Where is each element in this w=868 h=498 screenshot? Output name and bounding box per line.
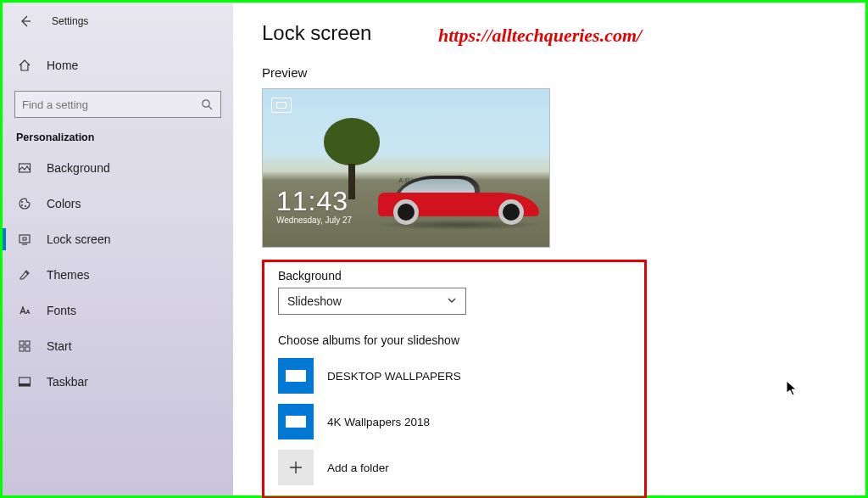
picture-icon bbox=[18, 161, 31, 175]
add-folder-button[interactable]: Add a folder bbox=[278, 450, 631, 484]
sidebar-section-title: Personalization bbox=[3, 118, 233, 150]
sidebar-home[interactable]: Home bbox=[3, 48, 233, 82]
lock-screen-preview: ADV.1 11:43 Wednesday, July 27 bbox=[262, 88, 550, 248]
album-item[interactable]: DESKTOP WALLPAPERS bbox=[278, 359, 631, 393]
sidebar-item-label: Taskbar bbox=[47, 375, 88, 389]
window-title: Settings bbox=[52, 15, 88, 27]
watermark-url: https://alltechqueries.com/ bbox=[438, 25, 642, 47]
background-label: Background bbox=[278, 269, 631, 283]
preview-car-graphic bbox=[378, 171, 539, 225]
window-header: Settings bbox=[3, 9, 233, 33]
sidebar-item-label: Fonts bbox=[47, 304, 76, 317]
plus-icon bbox=[278, 450, 314, 485]
sidebar-item-label: Colors bbox=[47, 197, 81, 210]
sidebar: Settings Home Personalization Background bbox=[3, 3, 233, 495]
palette-icon bbox=[18, 197, 31, 210]
sidebar-item-lock-screen[interactable]: Lock screen bbox=[3, 221, 233, 257]
slideshow-indicator-icon bbox=[271, 98, 292, 113]
preview-time: 11:43 bbox=[276, 188, 352, 214]
search-box[interactable] bbox=[14, 91, 221, 118]
preview-date: Wednesday, July 27 bbox=[276, 215, 352, 225]
search-icon bbox=[200, 98, 214, 111]
svg-point-0 bbox=[203, 100, 209, 107]
arrow-left-icon bbox=[19, 15, 31, 27]
sidebar-item-label: Background bbox=[47, 161, 110, 175]
sidebar-item-colors[interactable]: Colors bbox=[3, 186, 233, 221]
svg-point-4 bbox=[25, 205, 26, 207]
album-name: DESKTOP WALLPAPERS bbox=[327, 370, 461, 383]
themes-icon bbox=[18, 268, 31, 282]
svg-rect-9 bbox=[19, 347, 24, 351]
folder-thumb-icon bbox=[278, 358, 314, 394]
sidebar-item-fonts[interactable]: Fonts bbox=[3, 293, 233, 328]
sidebar-item-themes[interactable]: Themes bbox=[3, 257, 233, 293]
mouse-cursor-icon bbox=[786, 380, 799, 400]
taskbar-icon bbox=[18, 375, 31, 389]
svg-rect-8 bbox=[25, 341, 30, 345]
background-selected-value: Slideshow bbox=[287, 294, 342, 308]
main-content: Lock screen https://alltechqueries.com/ … bbox=[233, 3, 865, 495]
preview-label: Preview bbox=[262, 65, 865, 80]
svg-rect-6 bbox=[23, 238, 26, 240]
search-input[interactable] bbox=[22, 98, 192, 111]
svg-point-2 bbox=[21, 201, 23, 203]
start-icon bbox=[18, 339, 31, 353]
sidebar-item-taskbar[interactable]: Taskbar bbox=[3, 364, 233, 400]
sidebar-item-start[interactable]: Start bbox=[3, 328, 233, 364]
sidebar-item-label: Lock screen bbox=[47, 232, 110, 246]
album-item[interactable]: 4K Wallpapers 2018 bbox=[278, 405, 631, 439]
sidebar-item-label: Start bbox=[47, 339, 72, 353]
settings-window: Settings Home Personalization Background bbox=[0, 0, 868, 498]
background-dropdown[interactable]: Slideshow bbox=[278, 288, 466, 315]
sidebar-item-label: Themes bbox=[47, 268, 90, 282]
lock-screen-icon bbox=[18, 232, 31, 246]
preview-clock: 11:43 Wednesday, July 27 bbox=[276, 188, 352, 225]
highlighted-section: Background Slideshow Choose albums for y… bbox=[262, 260, 647, 498]
sidebar-home-label: Home bbox=[47, 59, 78, 72]
folder-thumb-icon bbox=[278, 404, 314, 439]
fonts-icon bbox=[18, 304, 31, 317]
sidebar-item-background[interactable]: Background bbox=[3, 150, 233, 186]
home-icon bbox=[18, 59, 31, 72]
svg-rect-5 bbox=[19, 235, 30, 243]
svg-rect-7 bbox=[19, 341, 24, 345]
svg-rect-10 bbox=[25, 347, 30, 351]
chevron-down-icon bbox=[447, 294, 457, 308]
album-name: 4K Wallpapers 2018 bbox=[327, 416, 430, 428]
choose-albums-label: Choose albums for your slideshow bbox=[278, 333, 631, 347]
back-button[interactable] bbox=[18, 14, 33, 29]
svg-point-3 bbox=[21, 204, 23, 206]
svg-rect-12 bbox=[19, 383, 31, 386]
add-folder-label: Add a folder bbox=[327, 462, 389, 474]
